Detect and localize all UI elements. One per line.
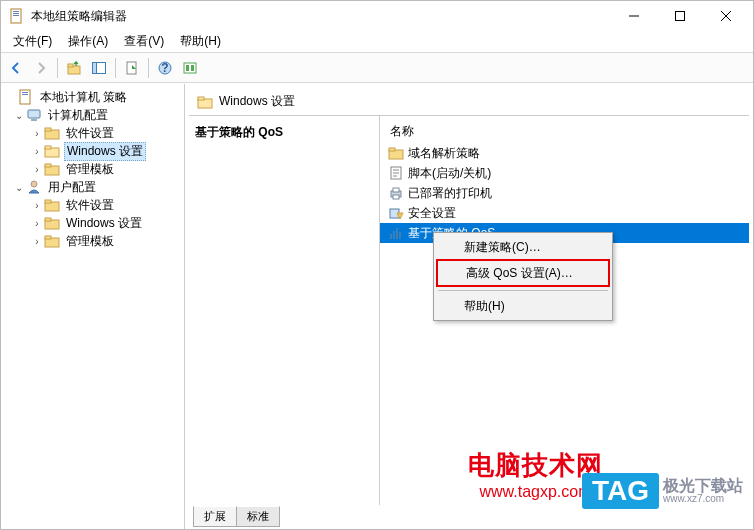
toolbar-separator	[148, 58, 149, 78]
svg-point-29	[31, 181, 37, 187]
svg-rect-1	[13, 11, 19, 12]
filter-button[interactable]	[178, 56, 202, 80]
minimize-button[interactable]	[611, 1, 657, 31]
nav-back-button[interactable]	[4, 56, 28, 80]
menu-bar: 文件(F) 操作(A) 查看(V) 帮助(H)	[1, 31, 753, 53]
folder-open-icon	[197, 94, 213, 110]
svg-text:?: ?	[161, 61, 168, 75]
tree-uc-software[interactable]: › 软件设置	[3, 196, 182, 214]
tree-label: 管理模板	[64, 233, 116, 250]
context-menu-help[interactable]: 帮助(H)	[436, 294, 610, 318]
nav-forward-button[interactable]	[29, 56, 53, 80]
tree-label: 本地计算机 策略	[38, 89, 129, 106]
title-bar: 本地组策略编辑器	[1, 1, 753, 31]
export-list-button[interactable]	[120, 56, 144, 80]
svg-rect-19	[22, 92, 28, 93]
detail-header-text: Windows 设置	[219, 93, 295, 110]
tree-cc-software[interactable]: › 软件设置	[3, 124, 182, 142]
menu-help[interactable]: 帮助(H)	[172, 31, 229, 52]
close-button[interactable]	[703, 1, 749, 31]
folder-icon	[44, 125, 60, 141]
svg-rect-15	[184, 63, 196, 73]
tree-computer-config[interactable]: ⌄ 计算机配置	[3, 106, 182, 124]
svg-rect-21	[28, 110, 40, 118]
tree-cc-templates[interactable]: › 管理模板	[3, 160, 182, 178]
maximize-button[interactable]	[657, 1, 703, 31]
svg-rect-43	[393, 195, 399, 199]
tree-label: 管理模板	[64, 161, 116, 178]
svg-rect-22	[31, 119, 37, 121]
detail-tabs: 扩展 标准	[189, 505, 749, 529]
context-menu-advanced-qos[interactable]: 高级 QoS 设置(A)…	[438, 261, 608, 285]
tree-cc-windows[interactable]: › Windows 设置	[3, 142, 182, 160]
folder-icon	[44, 197, 60, 213]
tab-extended[interactable]: 扩展	[193, 506, 237, 527]
list-item-dns[interactable]: 域名解析策略	[380, 143, 749, 163]
menu-action[interactable]: 操作(A)	[60, 31, 116, 52]
svg-rect-20	[22, 94, 28, 95]
info-column: 基于策略的 QoS	[189, 116, 379, 505]
list-item-label: 域名解析策略	[408, 145, 480, 162]
app-icon	[9, 8, 25, 24]
svg-rect-24	[45, 128, 51, 131]
computer-icon	[26, 107, 42, 123]
svg-rect-26	[45, 146, 51, 149]
window-title: 本地组策略编辑器	[31, 8, 611, 25]
twisty-collapsed-icon[interactable]: ›	[31, 127, 43, 139]
tree-label: Windows 设置	[64, 215, 144, 232]
list-item-label: 脚本(启动/关机)	[408, 165, 491, 182]
tree-label: 用户配置	[46, 179, 98, 196]
help-button[interactable]: ?	[153, 56, 177, 80]
folder-open-icon	[44, 143, 60, 159]
tab-standard[interactable]: 标准	[236, 506, 280, 527]
svg-rect-33	[45, 218, 51, 221]
menu-file[interactable]: 文件(F)	[5, 31, 60, 52]
svg-rect-9	[68, 64, 73, 67]
tree-root[interactable]: ▶ 本地计算机 策略	[3, 88, 182, 106]
twisty-collapsed-icon[interactable]: ›	[31, 163, 43, 175]
twisty-expanded-icon[interactable]: ⌄	[13, 109, 25, 121]
printer-icon	[388, 185, 404, 201]
svg-rect-16	[186, 65, 189, 71]
svg-rect-3	[13, 15, 19, 16]
list-item-label: 已部署的打印机	[408, 185, 492, 202]
twisty-collapsed-icon[interactable]: ›	[31, 145, 43, 157]
twisty-expanded-icon[interactable]: ⌄	[13, 181, 25, 193]
tree-user-config[interactable]: ⌄ 用户配置	[3, 178, 182, 196]
svg-rect-45	[390, 234, 392, 239]
svg-rect-39	[389, 148, 395, 151]
tree-pane[interactable]: ▶ 本地计算机 策略 ⌄ 计算机配置 › 软件设置 › Windows 设置 ›…	[1, 84, 185, 529]
twisty-collapsed-icon[interactable]: ›	[31, 199, 43, 211]
tree-uc-windows[interactable]: › Windows 设置	[3, 214, 182, 232]
twisty-collapsed-icon[interactable]: ›	[31, 235, 43, 247]
policy-root-icon	[18, 89, 34, 105]
folder-icon	[44, 233, 60, 249]
up-level-button[interactable]	[62, 56, 86, 80]
context-menu: 新建策略(C)… 高级 QoS 设置(A)… 帮助(H)	[433, 232, 613, 321]
column-header-name[interactable]: 名称	[380, 120, 749, 143]
tree-uc-templates[interactable]: › 管理模板	[3, 232, 182, 250]
main-area: ▶ 本地计算机 策略 ⌄ 计算机配置 › 软件设置 › Windows 设置 ›…	[1, 84, 753, 529]
security-icon	[388, 205, 404, 221]
toolbar: ?	[1, 53, 753, 83]
qos-icon	[388, 225, 404, 241]
tree-label: 计算机配置	[46, 107, 110, 124]
folder-icon	[44, 215, 60, 231]
context-menu-new-policy[interactable]: 新建策略(C)…	[436, 235, 610, 259]
info-panel-title: 基于策略的 QoS	[195, 124, 373, 141]
svg-rect-28	[45, 164, 51, 167]
list-item-label: 安全设置	[408, 205, 456, 222]
list-item-printers[interactable]: 已部署的打印机	[380, 183, 749, 203]
show-hide-tree-button[interactable]	[87, 56, 111, 80]
svg-rect-11	[93, 62, 97, 73]
svg-rect-48	[399, 232, 401, 239]
user-icon	[26, 179, 42, 195]
twisty-collapsed-icon[interactable]: ›	[31, 217, 43, 229]
menu-view[interactable]: 查看(V)	[116, 31, 172, 52]
folder-icon	[388, 145, 404, 161]
toolbar-separator	[57, 58, 58, 78]
list-item-security[interactable]: 安全设置	[380, 203, 749, 223]
list-item-scripts[interactable]: 脚本(启动/关机)	[380, 163, 749, 183]
svg-rect-31	[45, 200, 51, 203]
folder-icon	[44, 161, 60, 177]
